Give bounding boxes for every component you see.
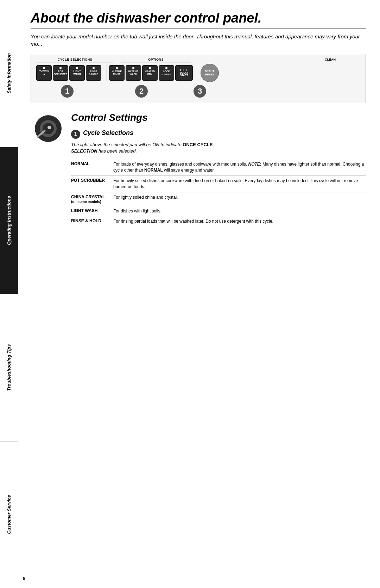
desc-pot: For heavily soiled dishes or cookware wi… [113, 175, 366, 192]
btn-rinse-hold[interactable]: RINSE& HOLD [86, 65, 101, 81]
panel-header-row: CYCLE SELECTIONS OPTIONS CLEAN [36, 58, 360, 62]
number-circles-row: 1 2 3 [36, 85, 360, 98]
btn-normal[interactable]: NORMAL ▾ [36, 65, 52, 81]
indicator-hitemp-rinse [116, 67, 118, 69]
btn-light-label: LIGHTWASH [74, 70, 81, 75]
term-china: CHINA CRYSTAL (on some models) [71, 192, 113, 206]
options-label: OPTIONS [121, 58, 191, 62]
term-normal: NORMAL [71, 159, 113, 175]
btn-hitemp-wash-label: HI TEMPWASH [128, 70, 138, 75]
table-row: LIGHT WASH For dishes with light soils. [71, 206, 366, 216]
circle-graphic [31, 114, 62, 146]
page-subtitle: You can locate your model number on the … [31, 33, 366, 48]
control-settings-title: Control Settings [71, 112, 366, 125]
page-title: About the dishwasher control panel. [31, 11, 366, 29]
btn-rinse-label: RINSE& HOLD [89, 70, 99, 75]
sidebar-section-service[interactable]: Customer Service [0, 441, 18, 588]
cycle-selections-label: CYCLE SELECTIONS [36, 58, 114, 62]
clean-label: CLEAN [325, 58, 336, 61]
btn-hitemp-wash[interactable]: HI TEMPWASH [126, 65, 141, 81]
table-row: RINSE & HOLD For rinsing partial loads t… [71, 216, 366, 227]
circle-1: 1 [61, 85, 74, 98]
table-row: NORMAL For loads of everyday dishes, gla… [71, 159, 366, 175]
sidebar-label-service: Customer Service [6, 495, 12, 534]
sidebar: Safety Information Operating Instruction… [0, 0, 18, 588]
content-text: Control Settings 1 Cycle Selections The … [71, 112, 366, 227]
btn-lock-label: LOCK(2 TIMES) [162, 70, 171, 75]
indicator-light [76, 67, 78, 69]
term-pot: POT SCRUBBER [71, 175, 113, 192]
term-light-wash: LIGHT WASH [71, 206, 113, 216]
btn-start-label: START RESET [205, 69, 215, 76]
sidebar-section-tips[interactable]: Troubleshooting Tips [0, 294, 18, 441]
btn-lock[interactable]: LOCK(2 TIMES) [159, 65, 174, 81]
svg-point-4 [48, 126, 51, 129]
cycle-items-table: NORMAL For loads of everyday dishes, gla… [71, 159, 366, 227]
indicator-rinse [93, 67, 95, 69]
desc-light-wash: For dishes with light soils. [113, 206, 366, 216]
btn-start-reset[interactable]: START RESET [201, 64, 219, 82]
btn-pot-label: POTSCRUBBER [53, 70, 68, 75]
term-rinse-hold: RINSE & HOLD [71, 216, 113, 227]
cycle-selections-heading: 1 Cycle Selections [71, 129, 366, 139]
panel-divider [103, 65, 107, 81]
indicator-heated-dry [149, 67, 151, 69]
btn-light-wash[interactable]: LIGHTWASH [69, 65, 85, 81]
btn-pot-scrubber[interactable]: POTSCRUBBER [53, 65, 68, 81]
btn-heated-dry-label: HEATEDDRY [145, 70, 155, 75]
arrow-normal: ▾ [43, 73, 45, 76]
sidebar-label-safety: Safety Information [6, 53, 12, 93]
circle-2: 2 [135, 85, 148, 98]
page-number: 8 [23, 576, 25, 581]
cycle-selections-label-text: Cycle Selections [83, 129, 133, 137]
sidebar-label-tips: Troubleshooting Tips [6, 344, 12, 391]
control-panel-diagram: CYCLE SELECTIONS OPTIONS CLEAN NORMAL ▾ [31, 54, 366, 103]
main-content: About the dishwasher control panel. You … [18, 0, 380, 588]
buttons-row: NORMAL ▾ POTSCRUBBER LIGHTWASH RINSE& HO… [36, 64, 360, 82]
btn-hitemp-rinse[interactable]: HI TEMPRINSE [109, 65, 125, 81]
btn-heated-dry[interactable]: HEATEDDRY [142, 65, 158, 81]
table-row: POT SCRUBBER For heavily soiled dishes o… [71, 175, 366, 192]
indicator-normal [43, 67, 45, 69]
sidebar-label-operating: Operating Instructions [6, 196, 12, 245]
desc-rinse-hold: For rinsing partial loads that will be w… [113, 216, 366, 227]
indicator-lock [165, 67, 167, 69]
china-sub-note: (on some models) [71, 200, 110, 204]
indicator-hitemp-wash [132, 67, 134, 69]
control-settings-area: Control Settings 1 Cycle Selections The … [31, 112, 366, 227]
indicator-pot [59, 67, 62, 69]
cycle-intro: The light above the selected pad will be… [71, 142, 366, 154]
btn-delay-label: 2 4 6 DELAY START [180, 69, 188, 77]
sidebar-section-safety[interactable]: Safety Information [0, 0, 18, 147]
btn-delay-start[interactable]: 2 4 6 DELAY START [175, 65, 193, 81]
btn-normal-label: NORMAL [39, 69, 50, 72]
btn-hitemp-rinse-label: HI TEMPRINSE [112, 70, 122, 75]
desc-normal: For loads of everyday dishes, glasses an… [113, 159, 366, 175]
circle-3: 3 [194, 85, 206, 98]
table-row: CHINA CRYSTAL (on some models) For light… [71, 192, 366, 206]
cycle-badge: 1 [71, 130, 80, 139]
desc-china: For lightly soiled china and crystal. [113, 192, 366, 206]
sidebar-section-operating[interactable]: Operating Instructions [0, 147, 18, 295]
